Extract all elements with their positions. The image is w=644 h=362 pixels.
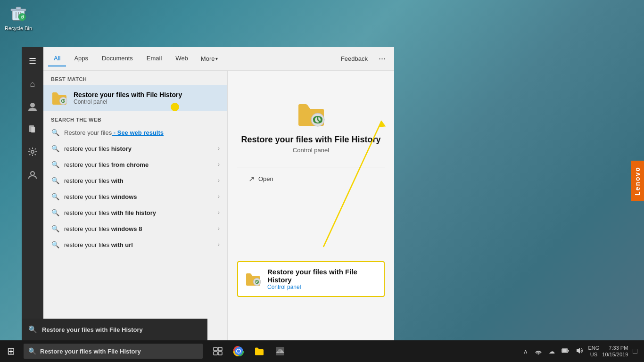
task-view-button[interactable] bbox=[208, 342, 227, 361]
feedback-button[interactable]: Feedback bbox=[336, 51, 372, 66]
search-results-area: Best match bbox=[43, 71, 394, 354]
start-menu: ☰ ⌂ bbox=[22, 47, 394, 354]
web-item-text-0: Restore your files - See web results bbox=[64, 129, 220, 136]
tray-cloud-icon[interactable]: ☁ bbox=[547, 347, 557, 356]
svg-rect-2 bbox=[16, 7, 21, 9]
start-button[interactable]: ⊞ bbox=[0, 340, 22, 362]
arrow-icon-6: › bbox=[218, 225, 220, 232]
tray-battery-icon[interactable] bbox=[560, 346, 571, 357]
start-menu-sidebar: ☰ ⌂ bbox=[22, 47, 43, 354]
tab-apps[interactable]: Apps bbox=[68, 51, 94, 66]
svg-marker-43 bbox=[577, 348, 580, 354]
search-bar-icon: 🔍 bbox=[28, 325, 37, 334]
tooltip-subtitle: Control panel bbox=[267, 284, 377, 290]
right-panel-divider bbox=[237, 167, 385, 167]
arrow-icon-4: › bbox=[218, 193, 220, 200]
web-item-1[interactable]: 🔍 restore your files history › bbox=[43, 140, 227, 156]
best-match-item[interactable]: Restore your files with File History Con… bbox=[43, 85, 227, 111]
arrow-icon-7: › bbox=[218, 241, 220, 248]
best-match-title-bold: with File History bbox=[131, 91, 182, 99]
tab-web[interactable]: Web bbox=[170, 51, 194, 66]
web-item-text-4: restore your files windows bbox=[64, 193, 213, 200]
search-icon-1: 🔍 bbox=[51, 145, 59, 152]
lenovo-brand-bar: Lenovo bbox=[631, 161, 644, 201]
recycle-bin-label: Recycle Bin bbox=[5, 25, 32, 31]
recycle-bin[interactable]: ↺ Recycle Bin bbox=[5, 5, 32, 31]
svg-marker-26 bbox=[378, 121, 386, 127]
best-match-icon bbox=[51, 90, 68, 107]
web-item-5[interactable]: 🔍 restore your files with file history › bbox=[43, 205, 227, 221]
web-item-text-5: restore your files with file history bbox=[64, 209, 213, 216]
sidebar-hamburger[interactable]: ☰ bbox=[23, 52, 42, 71]
right-panel-subtitle: Control panel bbox=[293, 147, 329, 154]
arrow-icon-1: › bbox=[218, 145, 220, 152]
tab-all[interactable]: All bbox=[48, 51, 66, 66]
desktop: ↺ Recycle Bin Lenovo ☰ ⌂ bbox=[0, 0, 644, 362]
best-match-text: Restore your files with File History Con… bbox=[74, 91, 182, 105]
chrome-button[interactable] bbox=[229, 342, 248, 361]
tab-more[interactable]: More ▾ bbox=[196, 51, 223, 66]
right-panel-icon bbox=[296, 99, 326, 129]
open-button[interactable]: ↗ Open bbox=[242, 171, 280, 187]
svg-rect-29 bbox=[214, 352, 217, 355]
recycle-bin-icon: ↺ bbox=[9, 5, 28, 24]
web-item-text-6: restore your files windows 8 bbox=[64, 225, 213, 232]
svg-point-36 bbox=[237, 350, 240, 353]
results-right-panel: Restore your files with File History Con… bbox=[227, 71, 394, 354]
svg-text:↺: ↺ bbox=[20, 15, 25, 20]
taskbar-search-text: Restore your files with File History bbox=[40, 348, 141, 355]
taskbar-apps bbox=[208, 342, 289, 361]
search-panel: All Apps Documents Email Web More ▾ Feed… bbox=[43, 47, 394, 354]
search-tabs: All Apps Documents Email Web More ▾ Feed… bbox=[43, 47, 394, 71]
search-icon-4: 🔍 bbox=[51, 193, 59, 200]
sidebar-home[interactable]: ⌂ bbox=[23, 74, 42, 93]
arrow-icon-5: › bbox=[218, 209, 220, 216]
search-icon-6: 🔍 bbox=[51, 225, 59, 232]
web-item-7[interactable]: 🔍 restore your files with url › bbox=[43, 237, 227, 253]
best-match-label: Best match bbox=[43, 71, 227, 85]
taskbar: ⊞ 🔍 Restore your files with File History bbox=[0, 340, 644, 362]
photos-button[interactable] bbox=[271, 342, 289, 361]
start-menu-search-bar[interactable]: 🔍 Restore your files with File History bbox=[22, 319, 207, 340]
svg-rect-27 bbox=[214, 347, 217, 351]
open-icon: ↗ bbox=[248, 174, 255, 183]
sidebar-account[interactable] bbox=[23, 165, 42, 184]
taskbar-search-box[interactable]: 🔍 Restore your files with File History bbox=[24, 344, 203, 359]
tray-network-icon[interactable] bbox=[533, 346, 544, 357]
tab-documents[interactable]: Documents bbox=[96, 51, 139, 66]
web-item-0[interactable]: 🔍 Restore your files - See web results bbox=[43, 124, 227, 140]
search-web-label: Search the web bbox=[43, 111, 227, 124]
svg-point-11 bbox=[31, 150, 34, 153]
web-item-3[interactable]: 🔍 restore your files with › bbox=[43, 173, 227, 189]
search-icon-5: 🔍 bbox=[51, 209, 59, 216]
web-item-text-2: restore your files from chrome bbox=[64, 161, 213, 168]
search-icon-3: 🔍 bbox=[51, 177, 59, 184]
svg-rect-30 bbox=[218, 352, 222, 355]
more-options-button[interactable]: ··· bbox=[375, 52, 389, 66]
tray-speaker-icon[interactable] bbox=[574, 346, 585, 357]
right-panel-title: Restore your files with File History bbox=[241, 135, 380, 145]
search-icon-2: 🔍 bbox=[51, 161, 59, 168]
sidebar-user[interactable] bbox=[23, 97, 42, 116]
open-label: Open bbox=[258, 175, 273, 182]
search-bar-text: Restore your files with File History bbox=[42, 326, 143, 333]
svg-rect-41 bbox=[562, 349, 567, 352]
tray-clock[interactable]: 7:33 PM 10/15/2019 bbox=[602, 345, 628, 358]
tooltip-text: Restore your files with File History Con… bbox=[267, 268, 377, 290]
web-item-2[interactable]: 🔍 restore your files from chrome › bbox=[43, 156, 227, 173]
file-explorer-button[interactable] bbox=[250, 342, 269, 361]
web-item-4[interactable]: 🔍 restore your files windows › bbox=[43, 189, 227, 205]
web-item-6[interactable]: 🔍 restore your files windows 8 › bbox=[43, 221, 227, 237]
tray-notification-icon[interactable]: □ bbox=[631, 347, 639, 355]
web-item-text-7: restore your files with url bbox=[64, 241, 213, 248]
svg-point-39 bbox=[538, 353, 539, 354]
arrow-icon-2: › bbox=[218, 161, 220, 168]
yellow-dot-annotation bbox=[171, 103, 179, 111]
tab-email[interactable]: Email bbox=[141, 51, 168, 66]
arrow-icon-3: › bbox=[218, 177, 220, 184]
sidebar-documents[interactable] bbox=[23, 120, 42, 139]
svg-rect-42 bbox=[568, 350, 569, 352]
tray-show-hidden[interactable]: ∧ bbox=[521, 347, 530, 356]
sidebar-settings[interactable] bbox=[23, 142, 42, 161]
tray-language[interactable]: ENG US bbox=[588, 345, 599, 358]
